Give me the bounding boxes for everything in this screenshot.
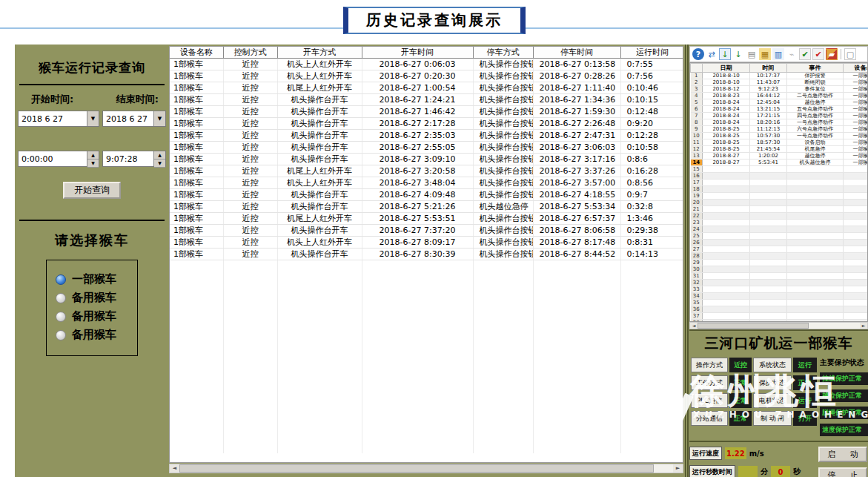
column-header[interactable]: 停车方式 [473,47,533,59]
event-row[interactable]: 16 [691,173,868,180]
table-row[interactable]: 1部猴车近控机头上人红外开车2018-6-27 0:06:03机头操作台按钮停.… [170,59,683,70]
column-header[interactable]: 控制方式 [223,47,277,59]
event-row[interactable]: 28 [691,253,868,260]
event-row[interactable]: 122018-8-2521:45:54机尾急停一部猴车 [691,146,868,153]
event-row[interactable]: 132018-8-271:20:02越位急停一部猴车 [691,153,868,159]
start-query-button[interactable]: 开始查询 [63,182,121,199]
scroll-right-icon[interactable]: ► [860,323,867,329]
event-row[interactable]: 15 [691,166,868,173]
table-row[interactable]: 1部猴车近控机头操作台开车2018-6-27 4:09:48机头操作台按钮停..… [170,189,683,201]
event-row[interactable]: 52018-8-2412:45:04越位急停一部猴车 [691,99,868,106]
scrollbar-thumb[interactable] [698,323,809,329]
spinner-buttons[interactable]: ▲▼ [153,151,165,166]
table-row[interactable]: 1部猴车近控机头操作台开车2018-6-27 1:46:42机头操作台按钮停..… [170,106,683,118]
chart-icon[interactable]: ▥ [772,48,784,60]
start-date-combobox[interactable]: 2018 6 27 ▼ [18,111,99,127]
table-row[interactable]: 1部猴车近控机头上人红外开车2018-6-27 8:09:17机头操作台按钮停.… [170,237,683,249]
plug-icon[interactable]: ⌁ [786,48,798,60]
table-row[interactable]: 1部猴车近控机头操作台开车2018-6-27 8:30:39机头操作台按钮停..… [170,249,683,260]
event-row[interactable]: 20 [691,200,868,206]
table-row[interactable]: 1部猴车近控机头操作台开车2018-6-27 2:35:03机头操作台按钮停..… [170,130,683,142]
event-row[interactable]: 32 [691,280,868,286]
event-row[interactable]: 35 [691,300,868,306]
start-button[interactable]: 启 动 [818,447,867,462]
event-row[interactable]: 34 [691,293,868,300]
event-column-header[interactable]: 设备名 [844,64,868,73]
event-row[interactable]: 12018-8-1010:17:37保护报警一部猴车 [691,73,868,79]
table-row[interactable]: 1部猴车近控机尾上人红外开车2018-6-27 3:20:58机头操作台按钮停.… [170,165,683,177]
car-radio-option-2[interactable]: 备用猴车 [56,291,130,305]
event-row[interactable]: 18 [691,186,868,193]
event-row[interactable]: 36 [691,306,868,313]
table-check-red-icon[interactable]: ✔ [812,48,824,60]
table-row[interactable]: 1部猴车近控机头操作台开车2018-6-27 5:21:26机头越位急停2018… [170,201,683,213]
report-icon[interactable]: ▤ [746,48,758,60]
table-row[interactable]: 1部猴车近控机头操作台开车2018-6-27 3:09:10机头操作台按钮停..… [170,154,683,165]
download-icon[interactable]: ↓ [719,48,731,60]
event-row[interactable]: 27 [691,246,868,253]
scroll-left-icon[interactable]: ◄ [170,464,179,473]
table-row[interactable]: 1部猴车近控机头操作台开车2018-6-27 2:17:28机头操作台按钮停..… [170,118,683,130]
table-row[interactable]: 1部猴车近控机头操作台开车2018-6-27 1:24:21机头操作台按钮停..… [170,94,683,106]
event-row[interactable]: 25 [691,233,868,240]
scroll-left-icon[interactable]: ◄ [690,323,698,329]
end-time-spinner[interactable]: 9:07:28 ▲▼ [102,151,166,167]
car-radio-option-3[interactable]: 备用猴车 [56,309,130,323]
column-header[interactable]: 开车方式 [277,47,362,59]
event-column-header[interactable]: 事件 [787,64,844,73]
event-row[interactable]: 21 [691,206,868,213]
event-column-header[interactable]: 日期 [703,64,750,73]
column-header[interactable]: 运行时间 [620,47,683,59]
event-row[interactable]: 32018-8-129:12:23事件复位一部猴车 [691,86,868,93]
chevron-down-icon[interactable]: ▼ [87,111,99,126]
event-row[interactable]: 33 [691,286,868,293]
event-table-hscrollbar[interactable]: ◄ ► [689,322,868,329]
car-radio-option-4[interactable]: 备用猴车 [56,328,130,342]
event-row[interactable]: 19 [691,193,868,200]
car-radio-option-1[interactable]: 一部猴车 [56,272,130,286]
event-column-header[interactable] [691,64,703,73]
column-header[interactable]: 开车时间 [362,47,473,59]
event-row[interactable]: 112018-8-2518:57:30设备启动一部猴车 [691,139,868,146]
event-row[interactable]: 62018-8-2413:21:15五号点急停动作一部猴车 [691,106,868,113]
start-time-spinner[interactable]: 0:00:00 ▲▼ [18,151,99,167]
event-column-header[interactable]: 时间 [750,64,787,73]
event-row[interactable]: 42018-8-2316:44:12二号点急停动作一部猴车 [691,93,868,99]
spin-up-icon[interactable]: ▲ [87,151,99,159]
spin-down-icon[interactable]: ▼ [87,159,99,168]
event-row[interactable]: 24 [691,226,868,233]
event-row[interactable]: 37 [691,313,868,320]
event-row[interactable]: 22 [691,213,868,220]
event-row[interactable]: 30 [691,266,868,273]
table-row[interactable]: 1部猴车近控机头操作台开车2018-6-27 2:55:05机头操作台按钮停..… [170,142,683,154]
event-row[interactable]: 102018-8-2510:57:30一号点急停动作一部猴车 [691,133,868,139]
radio-icon[interactable] [56,293,66,303]
event-row[interactable]: 72018-8-2417:21:15四号点急停动作一部猴车 [691,113,868,119]
table-row[interactable]: 1部猴车近控机头操作台开车2018-6-27 7:37:20机头操作台按钮停..… [170,225,683,237]
panel-icon[interactable]: ▢ [844,48,856,60]
table-row[interactable]: 1部猴车近控机尾上人红外开车2018-6-27 1:00:54机头操作台按钮停.… [170,82,683,94]
export-icon[interactable]: ⇄ [706,48,718,60]
radio-icon[interactable] [56,312,66,322]
history-table-hscrollbar[interactable]: ◄ ► [169,464,683,473]
event-row[interactable]: 17 [691,180,868,186]
column-header[interactable]: 设备名称 [170,47,223,59]
table-row[interactable]: 1部猴车近控机头上人红外开车2018-6-27 0:20:30机头操作台按钮停.… [170,70,683,82]
event-row[interactable]: 23 [691,220,868,226]
end-date-combobox[interactable]: 2018 6 27 ▼ [102,111,166,127]
event-row[interactable]: 29 [691,260,868,266]
spin-down-icon[interactable]: ▼ [154,159,165,168]
event-row[interactable]: 142018-8-275:53:41机头越位急停一部猴车 [691,159,868,166]
scrollbar-thumb[interactable] [179,464,654,473]
table-row[interactable]: 1部猴车近控机头上人红外开车2018-6-27 3:48:04机头操作台按钮停.… [170,177,683,189]
help-icon[interactable]: ? [692,48,704,60]
scroll-right-icon[interactable]: ► [673,464,683,473]
spin-up-icon[interactable]: ▲ [154,151,165,159]
radio-icon[interactable] [56,330,66,341]
event-row[interactable]: 82018-8-2418:20:16一号点急停动作一部猴车 [691,119,868,126]
upload-icon[interactable]: ↓ [732,48,744,60]
stop-button[interactable]: 停 止 [818,467,867,477]
spinner-buttons[interactable]: ▲▼ [87,151,99,166]
event-row[interactable]: 26 [691,240,868,246]
column-header[interactable]: 停车时间 [533,47,620,59]
